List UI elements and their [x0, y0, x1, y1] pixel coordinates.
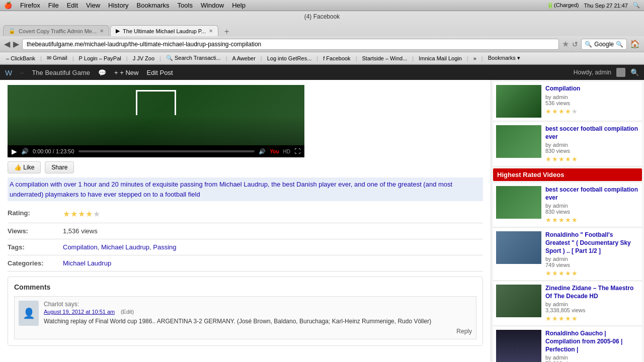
s1-star4: ★ [565, 108, 571, 115]
sidebar-video-title-1[interactable]: Compilation [545, 85, 639, 93]
tab-covert-copy[interactable]: 🔒 Covert Copy Traffic Admin Me... ✕ [3, 25, 109, 36]
video-frame[interactable] [8, 85, 304, 145]
bookmark-jvzoo[interactable]: J JV Zoo [130, 55, 157, 62]
tab-close2[interactable]: ✕ [209, 28, 213, 34]
file-menu[interactable]: File [48, 2, 59, 9]
address-bar[interactable] [22, 39, 559, 50]
bookmark-aweber[interactable]: A Aweber [229, 55, 259, 62]
os-menubar-right: 🔋(Charged) Thu Sep 27 21:47 🔍 [547, 2, 640, 9]
rating-stars[interactable]: ★ ★ ★ ★ ★ [63, 209, 100, 219]
sidebar-video-title-2[interactable]: best soccer football compilation ever [545, 125, 639, 141]
fullscreen-button[interactable]: ⛶ [294, 148, 300, 155]
tab-michael-laudrup[interactable]: ▶ The Ultimate Michael Laudrup P... ✕ [110, 25, 218, 36]
volume-icon2: 🔊 [259, 148, 266, 155]
sidebar-thumb-2 [496, 125, 541, 158]
s1-star1: ★ [545, 108, 551, 115]
star-4[interactable]: ★ [86, 209, 93, 219]
sidebar-stars-1: ★ ★ ★ ★ ★ [545, 108, 639, 115]
comment-edit-link[interactable]: (Edit) [121, 309, 134, 315]
share-button[interactable]: Share [45, 161, 74, 173]
youtube-logo: You [270, 149, 279, 154]
tools-menu[interactable]: Tools [178, 2, 193, 9]
app-name[interactable]: Firefox [20, 2, 40, 9]
google-search-label: Google [594, 41, 614, 48]
right-sidebar: Compilation by admin 536 views ★ ★ ★ ★ ★… [491, 80, 644, 362]
sidebar-video-item-2: best soccer football compilation ever by… [493, 122, 642, 166]
google-search-icon[interactable]: 🔍 [616, 41, 623, 48]
video-progress-bar[interactable] [78, 150, 255, 152]
wp-search-icon[interactable]: 🔍 [630, 68, 639, 76]
home-icon[interactable]: 🏠 [630, 39, 640, 49]
edit-menu[interactable]: Edit [67, 2, 78, 9]
highest-rated-title-3[interactable]: Zinedine Zidane – The Maestro Of The Dec… [545, 285, 639, 300]
s2-star2: ★ [552, 155, 558, 163]
highest-rated-info-2: Ronaldinho " Football's Greatest " ( Doc… [545, 231, 639, 277]
apple-menu[interactable]: 🍎 [4, 2, 12, 9]
search-icon[interactable]: 🔍 [633, 2, 640, 9]
bookmark-search[interactable]: 🔍 Search Transacti... [163, 54, 224, 62]
video-player: ▶ 🔊 0:00:00 / 1:23:50 🔊 You HD ⛶ [8, 85, 304, 157]
categories-row: Categories: Michael Laudrup [8, 255, 483, 272]
bookmark-more[interactable]: » [470, 55, 479, 62]
highest-rated-title-4[interactable]: Ronaldinho Gaucho | Compilation from 200… [545, 330, 639, 353]
views-value: 1,536 views [63, 227, 98, 235]
view-menu[interactable]: View [86, 2, 100, 9]
highest-rated-thumb-graphic-1 [496, 186, 541, 219]
tag-michael-laudrup[interactable]: Michael Laudrup [101, 243, 149, 251]
highest-rated-title-1[interactable]: best soccer football compilation ever [545, 186, 639, 202]
bookmark-facebook[interactable]: f Facebook [320, 55, 353, 62]
highest-rated-author-2: by admin [545, 256, 639, 262]
play-button[interactable]: ▶ [12, 147, 17, 155]
datetime: Thu Sep 27 21:47 [584, 3, 628, 9]
bookmarks-menu[interactable]: Bookmarks [137, 2, 170, 9]
bookmark-paypal[interactable]: P Login – PayPal [76, 55, 124, 62]
highest-rated-thumb-4 [496, 330, 541, 362]
new-tab-button[interactable]: + [221, 27, 232, 36]
comment-date-line: August 19, 2012 at 10:51 am (Edit) [44, 308, 472, 315]
highest-rated-item-3: Zinedine Zidane – The Maestro Of The Dec… [493, 282, 642, 326]
battery-icon: 🔋(Charged) [547, 2, 579, 9]
comments-title: Comments [14, 283, 476, 291]
star-1[interactable]: ★ [63, 209, 70, 219]
category-michael-laudrup[interactable]: Michael Laudrup [63, 259, 111, 267]
comment-date-link[interactable]: August 19, 2012 at 10:51 am [44, 309, 115, 315]
new-content-button[interactable]: + + New [114, 69, 138, 76]
history-menu[interactable]: History [108, 2, 128, 9]
reply-button[interactable]: Reply [44, 328, 472, 335]
s1-star3: ★ [558, 108, 565, 115]
bookmark-startside[interactable]: Startside – Wind... [359, 55, 410, 62]
star-3[interactable]: ★ [78, 209, 85, 219]
sidebar-video-info-2: best soccer football compilation ever by… [545, 125, 639, 163]
comments-icon[interactable]: 💬 [98, 69, 106, 76]
views-label: Views: [8, 227, 58, 235]
sidebar-video-item-1: Compilation by admin 536 views ★ ★ ★ ★ ★ [493, 82, 642, 121]
bookmark-clickbank[interactable]: – ClickBank [3, 55, 38, 62]
bookmark-getres[interactable]: Log into GetRes... [264, 55, 315, 62]
refresh-button[interactable]: ↺ [572, 40, 578, 48]
highest-rated-thumb-1 [496, 186, 541, 219]
volume-button[interactable]: 🔊 [21, 148, 29, 155]
bookmark-gmail[interactable]: ✉ Gmail [44, 54, 70, 62]
site-name-link[interactable]: The Beautiful Game [32, 69, 90, 76]
google-search-favicon: 🔍 [585, 41, 592, 48]
highest-rated-title-2[interactable]: Ronaldinho " Football's Greatest " ( Doc… [545, 231, 639, 255]
star-2[interactable]: ★ [70, 209, 77, 219]
plus-icon: + [114, 69, 118, 76]
bookmark-bookmarks[interactable]: Bookmarks ▾ [485, 54, 523, 62]
categories-label: Categories: [8, 259, 58, 267]
highest-rated-thumb-2 [496, 231, 541, 264]
highest-rated-info-4: Ronaldinho Gaucho | Compilation from 200… [545, 330, 639, 362]
edit-post-link[interactable]: Edit Post [146, 69, 173, 76]
help-menu[interactable]: Help [232, 2, 246, 9]
bookmark-star-icon[interactable]: ★ [562, 39, 569, 49]
star-5[interactable]: ★ [93, 209, 100, 219]
highest-rated-thumb-graphic-4 [496, 330, 541, 362]
back-button[interactable]: ◀ [4, 39, 10, 49]
window-menu[interactable]: Window [201, 2, 224, 9]
tag-compilation[interactable]: Compilation [63, 243, 98, 251]
tag-passing[interactable]: Passing [153, 243, 176, 251]
forward-button[interactable]: ▶ [13, 39, 19, 49]
bookmark-imnica[interactable]: Imnica Mail Login [416, 55, 465, 62]
like-button[interactable]: 👍 Like [8, 161, 41, 173]
tab-close[interactable]: ✕ [100, 28, 104, 34]
